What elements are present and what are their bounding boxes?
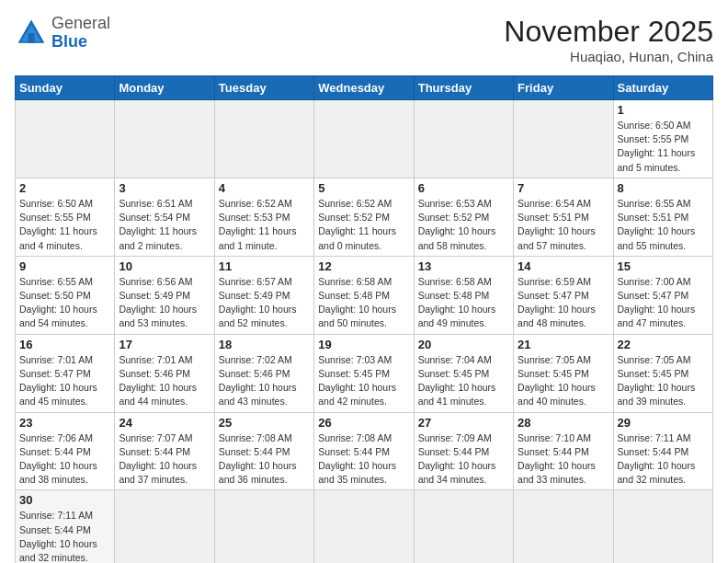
day-number: 25 (219, 416, 310, 430)
day-number: 20 (418, 338, 509, 351)
day-number: 24 (119, 416, 210, 430)
calendar-cell: 21Sunrise: 7:05 AM Sunset: 5:45 PM Dayli… (514, 334, 613, 412)
calendar-cell: 13Sunrise: 6:58 AM Sunset: 5:48 PM Dayli… (414, 256, 513, 334)
calendar-cell (514, 490, 613, 563)
page-header: General Blue November 2025 Huaqiao, Huna… (15, 15, 713, 64)
calendar-cell: 2Sunrise: 6:50 AM Sunset: 5:55 PM Daylig… (16, 178, 115, 256)
day-info: Sunrise: 7:01 AM Sunset: 5:46 PM Dayligh… (119, 353, 210, 409)
day-number: 4 (219, 181, 310, 195)
weekday-header-wednesday: Wednesday (314, 76, 414, 100)
calendar-table: SundayMondayTuesdayWednesdayThursdayFrid… (15, 75, 713, 563)
day-info: Sunrise: 6:53 AM Sunset: 5:52 PM Dayligh… (418, 197, 509, 253)
day-number: 21 (518, 338, 609, 351)
calendar-cell: 5Sunrise: 6:52 AM Sunset: 5:52 PM Daylig… (314, 178, 414, 256)
day-number: 1 (618, 103, 709, 117)
calendar-cell (214, 100, 313, 178)
day-number: 6 (418, 181, 509, 195)
month-title: November 2025 (504, 15, 713, 49)
day-info: Sunrise: 7:10 AM Sunset: 5:44 PM Dayligh… (518, 431, 609, 488)
calendar-week-3: 16Sunrise: 7:01 AM Sunset: 5:47 PM Dayli… (16, 334, 713, 412)
calendar-cell (613, 490, 712, 563)
calendar-cell (214, 490, 313, 563)
day-number: 28 (518, 416, 609, 430)
weekday-header-sunday: Sunday (16, 76, 115, 100)
day-info: Sunrise: 7:04 AM Sunset: 5:45 PM Dayligh… (418, 353, 509, 409)
day-info: Sunrise: 6:59 AM Sunset: 5:47 PM Dayligh… (518, 275, 609, 331)
calendar-cell: 11Sunrise: 6:57 AM Sunset: 5:49 PM Dayli… (214, 256, 313, 334)
day-number: 29 (618, 416, 709, 430)
day-number: 10 (119, 259, 210, 273)
day-number: 27 (418, 416, 509, 430)
day-info: Sunrise: 7:02 AM Sunset: 5:46 PM Dayligh… (219, 353, 310, 409)
day-info: Sunrise: 6:58 AM Sunset: 5:48 PM Dayligh… (318, 275, 409, 331)
day-number: 14 (518, 259, 609, 273)
calendar-cell: 28Sunrise: 7:10 AM Sunset: 5:44 PM Dayli… (514, 412, 613, 490)
calendar-cell: 15Sunrise: 7:00 AM Sunset: 5:47 PM Dayli… (613, 256, 712, 334)
calendar-cell (115, 100, 214, 178)
calendar-week-2: 9Sunrise: 6:55 AM Sunset: 5:50 PM Daylig… (16, 256, 713, 334)
day-number: 13 (418, 259, 509, 273)
calendar-week-5: 30Sunrise: 7:11 AM Sunset: 5:44 PM Dayli… (16, 490, 713, 563)
calendar-cell: 25Sunrise: 7:08 AM Sunset: 5:44 PM Dayli… (214, 412, 313, 490)
day-number: 11 (219, 259, 310, 273)
day-number: 3 (119, 181, 210, 195)
day-info: Sunrise: 6:51 AM Sunset: 5:54 PM Dayligh… (119, 197, 210, 253)
day-info: Sunrise: 6:55 AM Sunset: 5:50 PM Dayligh… (19, 275, 110, 331)
calendar-cell: 29Sunrise: 7:11 AM Sunset: 5:44 PM Dayli… (613, 412, 712, 490)
calendar-cell: 4Sunrise: 6:52 AM Sunset: 5:53 PM Daylig… (214, 178, 313, 256)
day-number: 22 (618, 338, 709, 351)
title-block: November 2025 Huaqiao, Hunan, China (504, 15, 713, 64)
calendar-cell: 12Sunrise: 6:58 AM Sunset: 5:48 PM Dayli… (314, 256, 414, 334)
day-info: Sunrise: 6:55 AM Sunset: 5:51 PM Dayligh… (618, 197, 709, 253)
calendar-cell: 23Sunrise: 7:06 AM Sunset: 5:44 PM Dayli… (16, 412, 115, 490)
day-info: Sunrise: 6:57 AM Sunset: 5:49 PM Dayligh… (219, 275, 310, 331)
day-info: Sunrise: 7:01 AM Sunset: 5:47 PM Dayligh… (19, 353, 110, 409)
calendar-cell: 19Sunrise: 7:03 AM Sunset: 5:45 PM Dayli… (314, 334, 414, 412)
day-number: 15 (618, 259, 709, 273)
day-info: Sunrise: 7:09 AM Sunset: 5:44 PM Dayligh… (418, 431, 509, 488)
day-info: Sunrise: 6:56 AM Sunset: 5:49 PM Dayligh… (119, 275, 210, 331)
weekday-header-monday: Monday (115, 76, 214, 100)
calendar-cell: 24Sunrise: 7:07 AM Sunset: 5:44 PM Dayli… (115, 412, 214, 490)
location-subtitle: Huaqiao, Hunan, China (504, 49, 713, 64)
calendar-week-0: 1Sunrise: 6:50 AM Sunset: 5:55 PM Daylig… (16, 100, 713, 178)
day-info: Sunrise: 6:50 AM Sunset: 5:55 PM Dayligh… (19, 197, 110, 253)
calendar-cell: 27Sunrise: 7:09 AM Sunset: 5:44 PM Dayli… (414, 412, 513, 490)
calendar-cell: 26Sunrise: 7:08 AM Sunset: 5:44 PM Dayli… (314, 412, 414, 490)
calendar-cell: 30Sunrise: 7:11 AM Sunset: 5:44 PM Dayli… (16, 490, 115, 563)
day-number: 9 (19, 259, 110, 273)
calendar-cell (414, 490, 513, 563)
svg-rect-2 (28, 33, 34, 43)
calendar-week-1: 2Sunrise: 6:50 AM Sunset: 5:55 PM Daylig… (16, 178, 713, 256)
calendar-cell: 16Sunrise: 7:01 AM Sunset: 5:47 PM Dayli… (16, 334, 115, 412)
calendar-cell (414, 100, 513, 178)
calendar-cell: 17Sunrise: 7:01 AM Sunset: 5:46 PM Dayli… (115, 334, 214, 412)
calendar-cell: 1Sunrise: 6:50 AM Sunset: 5:55 PM Daylig… (613, 100, 712, 178)
weekday-header-friday: Friday (514, 76, 613, 100)
day-number: 17 (119, 338, 210, 351)
logo-blue-text: Blue (51, 32, 87, 51)
day-number: 30 (19, 493, 110, 507)
day-info: Sunrise: 7:06 AM Sunset: 5:44 PM Dayligh… (19, 431, 110, 488)
day-info: Sunrise: 7:08 AM Sunset: 5:44 PM Dayligh… (318, 431, 409, 488)
calendar-cell (514, 100, 613, 178)
day-number: 2 (19, 181, 110, 195)
day-info: Sunrise: 6:54 AM Sunset: 5:51 PM Dayligh… (518, 197, 609, 253)
day-info: Sunrise: 7:03 AM Sunset: 5:45 PM Dayligh… (318, 353, 409, 409)
calendar-cell: 10Sunrise: 6:56 AM Sunset: 5:49 PM Dayli… (115, 256, 214, 334)
day-info: Sunrise: 7:00 AM Sunset: 5:47 PM Dayligh… (618, 275, 709, 331)
day-info: Sunrise: 7:05 AM Sunset: 5:45 PM Dayligh… (518, 353, 609, 409)
calendar-cell: 8Sunrise: 6:55 AM Sunset: 5:51 PM Daylig… (613, 178, 712, 256)
day-info: Sunrise: 7:05 AM Sunset: 5:45 PM Dayligh… (618, 353, 709, 409)
day-number: 5 (318, 181, 409, 195)
day-number: 26 (318, 416, 409, 430)
day-number: 12 (318, 259, 409, 273)
weekday-header-thursday: Thursday (414, 76, 513, 100)
calendar-cell: 6Sunrise: 6:53 AM Sunset: 5:52 PM Daylig… (414, 178, 513, 256)
day-number: 7 (518, 181, 609, 195)
calendar-cell (314, 100, 414, 178)
day-info: Sunrise: 7:11 AM Sunset: 5:44 PM Dayligh… (19, 509, 110, 563)
day-info: Sunrise: 6:50 AM Sunset: 5:55 PM Dayligh… (618, 119, 709, 175)
day-number: 18 (219, 338, 310, 351)
logo-general-text: General (51, 14, 110, 32)
